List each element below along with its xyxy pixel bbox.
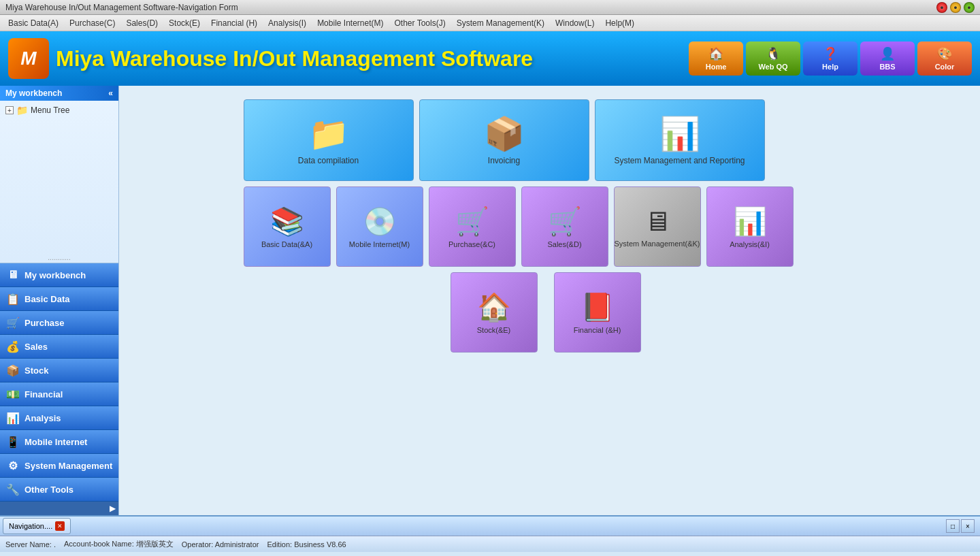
tree-root-item[interactable]: + 📁 Menu Tree (3, 103, 116, 117)
sidebar-item-label-basic-data: Basic Data (24, 294, 69, 304)
financial-card[interactable]: 📕 Financial (&H) (554, 272, 641, 353)
sidebar-title: My workbench (5, 88, 62, 98)
menu-item-purchase[interactable]: Purchase(C) (64, 17, 120, 29)
sidebar-item-label-system-mgmt: System Management (24, 461, 112, 471)
sidebar-item-system-mgmt[interactable]: ⚙System Management (0, 454, 118, 478)
sidebar-item-icon-workbench: 🖥 (5, 267, 20, 282)
close-button[interactable]: ● (936, 2, 947, 13)
data-compilation-label: Data compilation (298, 156, 359, 165)
sidebar-item-workbench[interactable]: 🖥My workbench (0, 263, 118, 287)
sidebar-header: My workbench « (0, 86, 118, 101)
bbs-icon: 👤 (880, 46, 895, 61)
menu-item-financial[interactable]: Financial (H) (206, 17, 263, 29)
bbs-nav-button[interactable]: 👤 BBS (860, 42, 915, 76)
minimize-button[interactable]: ● (950, 2, 961, 13)
system-mgmt-icon: 🖥 (644, 206, 671, 237)
help-icon: ❓ (823, 46, 838, 61)
menu-item-analysis[interactable]: Analysis(I) (263, 17, 312, 29)
status-account: Account-book Name: 增强版英文 (64, 539, 174, 549)
stock-card[interactable]: 🏠 Stock(&E) (451, 272, 538, 353)
header-banner: M Miya Warehouse In/Out Management Softw… (0, 31, 980, 86)
help-label: Help (822, 63, 838, 71)
large-cards-row: 📁 Data compilation 📦 Invoicing 📊 System … (244, 99, 856, 181)
tree-folder-icon: 📁 (16, 105, 28, 116)
menu-item-system-mgmt[interactable]: System Management(K) (451, 17, 550, 29)
data-compilation-icon: 📁 (308, 115, 349, 153)
menu-item-help[interactable]: Help(M) (600, 17, 640, 29)
financial-icon: 📕 (581, 291, 615, 323)
sidebar-tree: + 📁 Menu Tree (0, 101, 118, 252)
sales-card[interactable]: 🛒 Sales(&D) (521, 186, 608, 267)
scroll-down-icon[interactable]: ▶ (110, 504, 116, 513)
main-area: My workbench « + 📁 Menu Tree ...........… (0, 86, 980, 515)
sidebar-item-other-tools[interactable]: 🔧Other Tools (0, 478, 118, 502)
status-edition: Edition: Business V8.66 (267, 540, 346, 549)
main-icon-grid: 📁 Data compilation 📦 Invoicing 📊 System … (244, 99, 856, 353)
mobile-internet-card[interactable]: 💿 Mobile Internet(M) (336, 186, 423, 267)
home-icon: 🏠 (708, 46, 723, 61)
sidebar-nav: 🖥My workbench📋Basic Data🛒Purchase💰Sales📦… (0, 263, 118, 502)
sidebar-item-icon-sales: 💰 (5, 339, 20, 354)
tree-root-label: Menu Tree (31, 105, 69, 115)
color-icon: 🎨 (937, 46, 952, 61)
titlebar: Miya Warehouse In/Out Management Softwar… (0, 0, 980, 15)
taskbar-navigation-label: Navigation.... (9, 522, 52, 530)
invoicing-label: Invoicing (488, 156, 520, 165)
basic-data-label: Basic Data(&A) (261, 240, 312, 248)
sidebar-item-label-financial: Financial (24, 389, 63, 399)
sidebar-collapse-icon[interactable]: « (108, 88, 113, 98)
system-mgmt-reporting-label: System Management and Reporting (614, 156, 745, 165)
stock-label: Stock(&E) (477, 326, 511, 334)
small-cards-row1: 📚 Basic Data(&A) 💿 Mobile Internet(M) 🛒 … (244, 186, 856, 267)
invoicing-icon: 📦 (484, 115, 525, 153)
system-mgmt-card[interactable]: 🖥 System Management(&K) (614, 186, 701, 267)
color-nav-button[interactable]: 🎨 Color (917, 42, 972, 76)
sales-label: Sales(&D) (547, 240, 581, 248)
status-operator: Operator: Administrator (182, 540, 259, 549)
purchase-label: Purchase(&C) (448, 240, 495, 248)
tree-expand-icon[interactable]: + (5, 106, 14, 114)
purchase-card[interactable]: 🛒 Purchase(&C) (429, 186, 516, 267)
taskbar-sq-btn1[interactable]: □ (946, 519, 960, 533)
analysis-icon: 📊 (733, 206, 767, 238)
sidebar-item-icon-analysis: 📊 (5, 410, 20, 425)
sidebar-item-icon-mobile: 📱 (5, 434, 20, 449)
sidebar-item-purchase[interactable]: 🛒Purchase (0, 311, 118, 335)
menu-item-other-tools[interactable]: Other Tools(J) (389, 17, 451, 29)
home-label: Home (706, 63, 727, 71)
analysis-card[interactable]: 📊 Analysis(&I) (706, 186, 794, 267)
sidebar-item-label-purchase: Purchase (24, 318, 65, 328)
taskbar-close-button[interactable]: ✕ (55, 521, 65, 531)
basic-data-icon: 📚 (270, 206, 304, 238)
sidebar-item-analysis[interactable]: 📊Analysis (0, 406, 118, 430)
system-mgmt-reporting-icon: 📊 (659, 115, 700, 153)
menu-item-window[interactable]: Window(L) (550, 17, 600, 29)
system-mgmt-label: System Management(&K) (615, 240, 700, 248)
data-compilation-card[interactable]: 📁 Data compilation (244, 99, 414, 181)
basic-data-card[interactable]: 📚 Basic Data(&A) (244, 186, 331, 267)
menu-item-sales[interactable]: Sales(D) (120, 17, 163, 29)
sidebar-item-financial[interactable]: 💵Financial (0, 382, 118, 406)
sidebar-item-icon-basic-data: 📋 (5, 291, 20, 306)
system-mgmt-reporting-card[interactable]: 📊 System Management and Reporting (595, 99, 765, 181)
mobile-internet-icon: 💿 (363, 206, 397, 238)
menu-item-basic-data[interactable]: Basic Data(A) (3, 17, 64, 29)
taskbar-sq-btn2[interactable]: × (961, 519, 975, 533)
statusbar: Server Name: . Account-book Name: 增强版英文 … (0, 536, 980, 552)
webqq-nav-button[interactable]: 🐧 Web QQ (746, 42, 800, 76)
menu-item-stock[interactable]: Stock(E) (163, 17, 206, 29)
sidebar-item-sales[interactable]: 💰Sales (0, 335, 118, 359)
status-server: Server Name: . (5, 540, 56, 549)
sidebar-item-label-stock: Stock (24, 365, 48, 376)
sidebar-item-mobile[interactable]: 📱Mobile Internet (0, 430, 118, 454)
maximize-button[interactable]: ● (964, 2, 975, 13)
menu-item-mobile[interactable]: Mobile Internet(M) (312, 17, 389, 29)
sidebar-item-stock[interactable]: 📦Stock (0, 359, 118, 382)
sidebar: My workbench « + 📁 Menu Tree ...........… (0, 86, 119, 515)
sidebar-item-icon-financial: 💵 (5, 387, 20, 402)
sidebar-item-basic-data[interactable]: 📋Basic Data (0, 287, 118, 311)
invoicing-card[interactable]: 📦 Invoicing (419, 99, 589, 181)
home-nav-button[interactable]: 🏠 Home (689, 42, 743, 76)
help-nav-button[interactable]: ❓ Help (803, 42, 858, 76)
taskbar-navigation[interactable]: Navigation.... ✕ (3, 518, 71, 534)
